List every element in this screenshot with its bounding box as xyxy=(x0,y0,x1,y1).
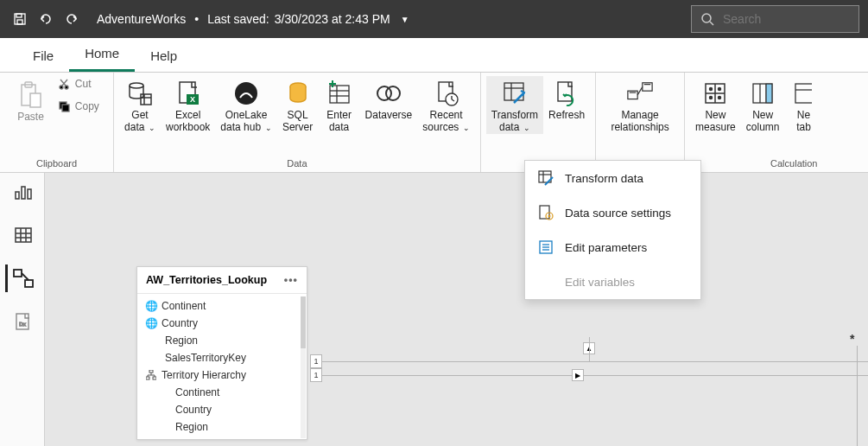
onelake-button[interactable]: OneLake data hub ⌄ xyxy=(215,76,276,134)
dropdown-data-source-settings[interactable]: Data source settings xyxy=(525,195,700,230)
field-label: Continent xyxy=(162,300,206,312)
field-label: Region xyxy=(175,421,208,433)
field-country[interactable]: 🌐 Country xyxy=(137,315,307,332)
params-icon xyxy=(537,239,554,256)
new-column-button[interactable]: New column xyxy=(741,76,785,133)
refresh-button[interactable]: Refresh xyxy=(543,76,590,121)
dropdown-transform-data[interactable]: Transform data xyxy=(525,161,700,195)
field-continent[interactable]: 🌐 Continent xyxy=(137,297,307,315)
cut-label: Cut xyxy=(75,78,92,90)
new-measure-button[interactable]: New measure xyxy=(690,76,741,133)
svg-point-9 xyxy=(65,86,68,89)
redo-icon[interactable] xyxy=(60,8,83,30)
svg-point-14 xyxy=(130,83,143,88)
dropdown-vars-label: Edit variables xyxy=(565,276,635,289)
tab-home[interactable]: Home xyxy=(69,39,135,72)
model-view-button[interactable] xyxy=(5,264,40,292)
svg-rect-66 xyxy=(14,270,22,277)
table-card-territories[interactable]: AW_Territories_Lookup ••• 🌐 Continent 🌐 … xyxy=(136,266,307,440)
cardinality-one: 1 xyxy=(310,354,322,368)
recent-label: Recent sources xyxy=(422,109,462,133)
column-label: New column xyxy=(746,109,780,133)
save-icon[interactable] xyxy=(9,8,31,30)
manage-relationships-button[interactable]: Manage relationships xyxy=(601,76,679,133)
svg-point-49 xyxy=(719,97,721,99)
refresh-icon xyxy=(553,80,580,107)
get-data-button[interactable]: Get data ⌄ xyxy=(119,76,161,134)
field-salesterritorykey[interactable]: SalesTerritoryKey xyxy=(137,349,307,366)
svg-point-8 xyxy=(60,86,63,89)
svg-point-47 xyxy=(719,88,721,91)
chevron-down-icon[interactable]: ▼ xyxy=(401,15,409,24)
sql-label: SQL Server xyxy=(282,109,313,133)
paste-button[interactable]: Paste xyxy=(10,76,51,123)
svg-point-46 xyxy=(710,88,713,91)
field-h-region[interactable]: Region xyxy=(137,418,307,436)
svg-line-68 xyxy=(22,273,29,280)
relationship-line xyxy=(857,346,858,446)
recent-sources-button[interactable]: Recent sources ⌄ xyxy=(417,76,475,134)
scrollbar[interactable] xyxy=(301,296,306,438)
undo-icon[interactable] xyxy=(35,8,57,30)
relationship-line xyxy=(589,337,590,361)
field-region[interactable]: Region xyxy=(137,332,307,349)
refresh-label: Refresh xyxy=(548,109,585,121)
database-icon xyxy=(126,80,154,107)
svg-rect-23 xyxy=(330,86,349,103)
svg-text:X: X xyxy=(190,95,195,104)
sql-icon xyxy=(284,80,312,107)
chevron-down-icon: ⌄ xyxy=(263,124,272,132)
report-view-button[interactable] xyxy=(5,178,40,206)
column-icon xyxy=(749,80,776,107)
field-h-country[interactable]: Country xyxy=(137,401,307,418)
cardinality-one: 1 xyxy=(310,368,322,382)
enter-data-button[interactable]: Enter data xyxy=(319,76,360,133)
dataverse-button[interactable]: Dataverse xyxy=(360,76,418,121)
table-title: AW_Territories_Lookup xyxy=(146,274,267,286)
measure-label: New measure xyxy=(695,109,736,133)
svg-rect-58 xyxy=(16,192,19,199)
scrollbar-thumb[interactable] xyxy=(301,296,306,348)
file-title[interactable]: AdventureWorks • Last saved: 3/30/2023 a… xyxy=(97,12,409,26)
svg-rect-59 xyxy=(22,187,25,199)
group-queries: Transform data ⌄ Refresh hips xyxy=(481,73,596,172)
search-input[interactable] xyxy=(721,11,842,27)
field-h-continent[interactable]: Continent xyxy=(137,384,307,401)
transform-data-button[interactable]: Transform data ⌄ xyxy=(486,76,543,134)
field-label: Region xyxy=(165,334,198,347)
get-data-label: Get data xyxy=(124,109,149,133)
svg-line-4 xyxy=(710,22,713,25)
title-bar: AdventureWorks • Last saved: 3/30/2023 a… xyxy=(0,0,868,38)
relationship-line xyxy=(322,375,868,376)
filter-direction-right-icon: ▶ xyxy=(572,369,584,381)
group-relationships: Manage relationships xyxy=(596,73,685,172)
field-label: SalesTerritoryKey xyxy=(165,352,246,364)
copy-button[interactable]: Copy xyxy=(54,99,103,114)
ribbon: Paste Cut Copy Clipboard Get data ⌄ xyxy=(0,73,868,173)
tab-help[interactable]: Help xyxy=(135,41,193,72)
dax-view-button[interactable]: Dx xyxy=(5,308,40,335)
svg-point-77 xyxy=(548,215,551,218)
settings-doc-icon xyxy=(537,204,554,221)
cut-button[interactable]: Cut xyxy=(54,76,103,92)
svg-line-74 xyxy=(545,177,553,185)
data-group-label: Data xyxy=(119,156,475,172)
dataverse-icon xyxy=(375,80,402,107)
search-box[interactable] xyxy=(691,5,859,33)
data-view-button[interactable] xyxy=(5,221,40,249)
copy-icon xyxy=(58,100,70,112)
more-options-icon[interactable]: ••• xyxy=(284,274,298,286)
field-hierarchy[interactable]: Territory Hierarchy xyxy=(137,366,307,384)
dropdown-edit-parameters[interactable]: Edit parameters xyxy=(525,230,700,264)
tab-file[interactable]: File xyxy=(17,41,69,72)
excel-workbook-button[interactable]: X Excel workbook xyxy=(161,76,215,133)
globe-icon: 🌐 xyxy=(146,318,156,328)
field-label: Country xyxy=(162,317,198,329)
field-label: Country xyxy=(175,404,212,416)
saved-prefix: Last saved: xyxy=(207,12,269,26)
svg-rect-60 xyxy=(28,189,31,199)
svg-point-30 xyxy=(386,86,400,100)
sql-server-button[interactable]: SQL Server xyxy=(277,76,319,133)
new-table-button[interactable]: Ne tab xyxy=(784,76,817,133)
dropdown-edit-variables: Edit variables xyxy=(525,264,700,299)
